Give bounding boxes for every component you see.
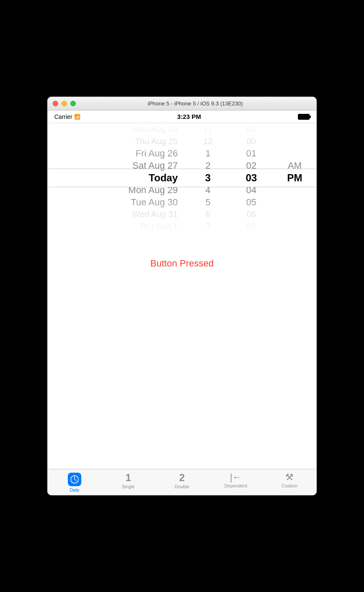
minimize-button[interactable] <box>62 101 67 106</box>
date-tab-icon <box>68 473 81 486</box>
tab-dependent[interactable]: |← Dependent <box>209 471 263 492</box>
picker-item: Thu Sep 1 <box>48 221 178 233</box>
picker-item: 00 <box>230 123 273 135</box>
picker-item: 1 <box>186 148 230 160</box>
picker-item <box>273 148 316 160</box>
tab-single-label: Single <box>122 484 135 489</box>
picker-item: Thu Aug 25 <box>48 135 178 148</box>
picker-item <box>273 221 316 233</box>
picker-item: 04 <box>230 184 273 196</box>
tab-date[interactable]: Date <box>48 471 102 492</box>
single-tab-icon: 1 <box>126 473 131 483</box>
tab-bar: Date 1 Single 2 Double |← Dependent ⚒ Cu… <box>48 469 316 495</box>
status-bar: Carrier 📶 3:23 PM <box>48 110 316 123</box>
picker-item-selected: 3 <box>186 172 230 184</box>
tab-single[interactable]: 1 Single <box>102 471 155 492</box>
content-area: Button Pressed <box>48 233 316 469</box>
picker-item: 12 <box>186 135 230 148</box>
picker-item: Fri Aug 26 <box>48 148 178 160</box>
picker-item: 06 <box>230 208 273 221</box>
picker-item-selected: PM <box>273 172 316 184</box>
phone-screen: Carrier 📶 3:23 PM Wed Aug 24 Thu Aug 25 … <box>48 110 316 495</box>
date-time-picker[interactable]: Wed Aug 24 Thu Aug 25 Fri Aug 26 Sat Aug… <box>48 123 316 233</box>
picker-item <box>273 208 316 221</box>
picker-item: Tue Aug 30 <box>48 196 178 208</box>
tab-custom-label: Custom <box>281 483 297 488</box>
wifi-icon: 📶 <box>74 114 80 120</box>
tab-date-label: Date <box>70 487 79 492</box>
picker-col-ampm: AM PM <box>273 123 316 233</box>
window-title: iPhone 5 - iPhone 5 / iOS 9.3 (13E230) <box>79 100 311 107</box>
picker-item: 01 <box>230 148 273 160</box>
double-tab-icon: 2 <box>179 473 185 483</box>
picker-col-minute: 00 00 01 02 03 04 05 06 07 <box>230 123 273 233</box>
picker-item: 6 <box>186 208 230 221</box>
picker-item <box>273 196 316 208</box>
picker-item <box>273 184 316 196</box>
picker-item: Sat Aug 27 <box>48 160 178 172</box>
picker-item: Mon Aug 29 <box>48 184 178 196</box>
tab-custom[interactable]: ⚒ Custom <box>262 471 316 492</box>
svg-line-2 <box>75 479 76 481</box>
picker-item <box>273 123 316 135</box>
picker-col-date: Wed Aug 24 Thu Aug 25 Fri Aug 26 Sat Aug… <box>48 123 186 233</box>
picker-item-selected: 03 <box>230 172 273 184</box>
picker-item: 2 <box>186 160 230 172</box>
custom-tab-icon: ⚒ <box>285 473 294 482</box>
status-time: 3:23 PM <box>177 113 201 120</box>
window-titlebar: iPhone 5 - iPhone 5 / iOS 9.3 (13E230) <box>48 97 316 110</box>
picker-item: Wed Aug 31 <box>48 208 178 221</box>
carrier-label: Carrier 📶 <box>54 113 80 120</box>
simulator-window: iPhone 5 - iPhone 5 / iOS 9.3 (13E230) C… <box>47 97 317 495</box>
picker-item <box>273 135 316 148</box>
picker-columns: Wed Aug 24 Thu Aug 25 Fri Aug 26 Sat Aug… <box>48 123 316 233</box>
picker-item: 4 <box>186 184 230 196</box>
picker-item: 02 <box>230 160 273 172</box>
picker-item-selected: Today <box>48 172 178 184</box>
tab-double[interactable]: 2 Double <box>155 471 209 492</box>
picker-item: 7 <box>186 221 230 233</box>
picker-item: Wed Aug 24 <box>48 123 178 135</box>
picker-item: AM <box>273 160 316 172</box>
picker-item: 05 <box>230 196 273 208</box>
battery-icon <box>298 114 310 120</box>
picker-item: 5 <box>186 196 230 208</box>
picker-item: 07 <box>230 221 273 233</box>
close-button[interactable] <box>53 101 58 106</box>
maximize-button[interactable] <box>70 101 76 106</box>
picker-item: 11 <box>186 123 230 135</box>
tab-double-label: Double <box>175 484 190 489</box>
tab-dependent-label: Dependent <box>225 483 247 488</box>
button-pressed-label: Button Pressed <box>150 258 214 269</box>
picker-col-hour: 11 12 1 2 3 4 5 6 7 <box>186 123 230 233</box>
picker-item: 00 <box>230 135 273 148</box>
dependent-tab-icon: |← <box>230 473 242 482</box>
